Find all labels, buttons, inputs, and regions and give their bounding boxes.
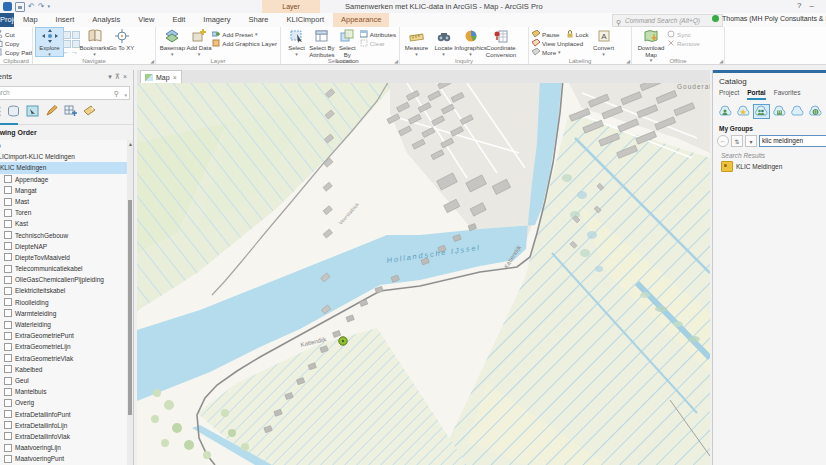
layer-visibility-checkbox[interactable]: [4, 432, 12, 440]
layer-tree-row[interactable]: Kabelbed: [0, 364, 133, 375]
measure-button[interactable]: Measure▾: [403, 28, 430, 56]
tab-appearance[interactable]: Appearance: [333, 13, 389, 27]
contents-scrollbar[interactable]: ▲: [127, 140, 133, 465]
layer-tree-row[interactable]: ExtraDetailinfoVlak: [0, 431, 133, 442]
clear-button[interactable]: Clear: [360, 39, 396, 47]
list-by-editing-icon[interactable]: [45, 103, 58, 121]
minimize-icon[interactable]: –: [810, 1, 822, 10]
attributes-button[interactable]: Attributes: [360, 30, 396, 38]
more-button[interactable]: More ▾: [532, 48, 589, 56]
close-icon[interactable]: ×: [173, 74, 177, 81]
add-data-button[interactable]: Add Data▾: [186, 28, 213, 56]
ribbon-tab[interactable]: KLICimport: [277, 13, 333, 27]
layer-tree-row[interactable]: Waterleiding: [0, 319, 133, 330]
layer-visibility-checkbox[interactable]: [4, 399, 12, 407]
help-icon[interactable]: ?: [797, 1, 809, 10]
scroll-up-icon[interactable]: ▲: [128, 141, 133, 147]
list-by-selection-icon[interactable]: [26, 103, 39, 121]
layer-tree-row[interactable]: Mangat: [0, 185, 133, 196]
layer-visibility-checkbox[interactable]: [4, 332, 12, 340]
full-extent-icon[interactable]: [63, 31, 71, 39]
redo-icon[interactable]: ↷: [38, 2, 45, 11]
go-to-xy-button[interactable]: Go To XY: [108, 28, 135, 52]
layer-visibility-checkbox[interactable]: [4, 421, 12, 429]
navigate-dialog-launcher[interactable]: ◢: [150, 58, 154, 64]
layer-tree-row[interactable]: Mantelbuis: [0, 386, 133, 397]
tab-project[interactable]: Project: [0, 13, 14, 27]
list-by-labeling-icon[interactable]: [83, 103, 96, 121]
selection-dialog-launcher[interactable]: ◢: [394, 58, 398, 64]
layer-tree-row[interactable]: MaatvoeringLijn: [0, 442, 133, 453]
filter-icon[interactable]: ▾: [745, 135, 757, 147]
layer-tree-row[interactable]: Telecommunicatiekabel: [0, 263, 133, 274]
lock-button[interactable]: Lock: [566, 30, 589, 38]
coordinate-conversion-button[interactable]: Coordinate Conversion: [484, 28, 518, 58]
living-atlas-icon[interactable]: [808, 105, 823, 118]
layer-tree-row[interactable]: Map: [0, 140, 133, 151]
layer-visibility-checkbox[interactable]: [4, 265, 12, 273]
map-canvas[interactable]: Hollandsche IJssel Kattendijk Kattendijk…: [137, 83, 710, 465]
bookmarks-button[interactable]: Bookmarks▾: [81, 28, 108, 56]
list-by-snapping-icon[interactable]: [64, 103, 77, 121]
catalog-tab-project[interactable]: Project: [719, 89, 739, 100]
save-icon[interactable]: [15, 2, 25, 12]
select-by-attributes-button[interactable]: Select By Attributes: [309, 28, 334, 58]
arcgis-online-icon[interactable]: [790, 105, 805, 118]
copy-path-button[interactable]: Copy Path: [0, 48, 33, 56]
previous-extent-icon[interactable]: [63, 40, 71, 48]
offline-dialog-launcher[interactable]: ◢: [719, 58, 723, 64]
basemap-button[interactable]: Basemap▾: [159, 28, 186, 56]
layer-visibility-checkbox[interactable]: [4, 198, 12, 206]
layer-visibility-checkbox[interactable]: [4, 253, 12, 261]
ribbon-tab[interactable]: Share: [239, 13, 277, 27]
my-content-icon[interactable]: [718, 105, 733, 118]
layer-visibility-checkbox[interactable]: [4, 242, 12, 250]
ribbon-tab[interactable]: Edit: [163, 13, 194, 27]
customize-toolbar-icon[interactable]: ▾: [47, 2, 50, 11]
select-button[interactable]: Select▾: [284, 28, 309, 56]
pane-close-icon[interactable]: ×: [123, 73, 130, 80]
layer-visibility-checkbox[interactable]: [4, 444, 12, 452]
command-search-input[interactable]: ⚲ Command Search (Alt+Q): [612, 14, 723, 27]
layer-tree-row[interactable]: Kast: [0, 218, 133, 229]
layer-tree-row[interactable]: Geul: [0, 375, 133, 386]
infographics-button[interactable]: Infographics▾: [457, 28, 484, 56]
ribbon-tab[interactable]: Analysis: [83, 13, 129, 27]
convert-button[interactable]: A Convert▾: [589, 28, 619, 56]
fixed-zoom-controls[interactable]: ←→: [63, 28, 80, 55]
layer-visibility-checkbox[interactable]: [4, 321, 12, 329]
catalog-tab-portal[interactable]: Portal: [747, 89, 765, 100]
list-by-data-source-icon[interactable]: [7, 103, 20, 121]
pause-button[interactable]: Pause: [532, 30, 560, 38]
labeling-dialog-launcher[interactable]: ◢: [626, 58, 630, 64]
add-graphics-layer-button[interactable]: Add Graphics Layer: [212, 39, 277, 47]
download-map-button[interactable]: Download Map▾: [635, 28, 667, 62]
my-favorites-icon[interactable]: [736, 105, 751, 118]
layer-tree-row[interactable]: OlieGasChemicalienPijpleiding: [0, 274, 133, 285]
scrollbar-thumb[interactable]: [128, 200, 132, 415]
layer-tree-row[interactable]: ExtraDetailinfoPunt: [0, 409, 133, 420]
layer-tree-row[interactable]: KLIC Meldingen: [0, 162, 133, 173]
layer-tree-row[interactable]: Elektriciteitskabel: [0, 285, 133, 296]
cut-button[interactable]: Cut: [0, 30, 33, 38]
sync-button[interactable]: Sync: [667, 30, 700, 38]
locate-button[interactable]: Locate▾: [430, 28, 457, 56]
pane-pin-icon[interactable]: ⊼: [115, 73, 123, 80]
layer-visibility-checkbox[interactable]: [4, 186, 12, 194]
layer-visibility-checkbox[interactable]: [4, 298, 12, 306]
layer-tree-row[interactable]: ExtraDetailinfoLijn: [0, 420, 133, 431]
layer-visibility-checkbox[interactable]: [4, 287, 12, 295]
layer-visibility-checkbox[interactable]: [4, 455, 12, 463]
account-info[interactable]: Thomas (MH Poly Consultants & Engineers: [712, 15, 826, 22]
catalog-tab-favorites[interactable]: Favorites: [774, 89, 801, 100]
layer-tree-row[interactable]: MaatvoeringPunt: [0, 453, 133, 464]
layer-tree-row[interactable]: DiepteTovMaaiveld: [0, 252, 133, 263]
layer-tree-row[interactable]: TechnischGebouw: [0, 230, 133, 241]
refresh-icon[interactable]: ⇅: [731, 135, 743, 147]
list-by-drawing-order-icon[interactable]: [0, 103, 1, 121]
ribbon-tab[interactable]: Map: [14, 13, 47, 27]
layer-visibility-checkbox[interactable]: [4, 309, 12, 317]
layer-visibility-checkbox[interactable]: [4, 343, 12, 351]
layer-visibility-checkbox[interactable]: [4, 377, 12, 385]
forward-arrow-icon[interactable]: →: [71, 49, 78, 55]
